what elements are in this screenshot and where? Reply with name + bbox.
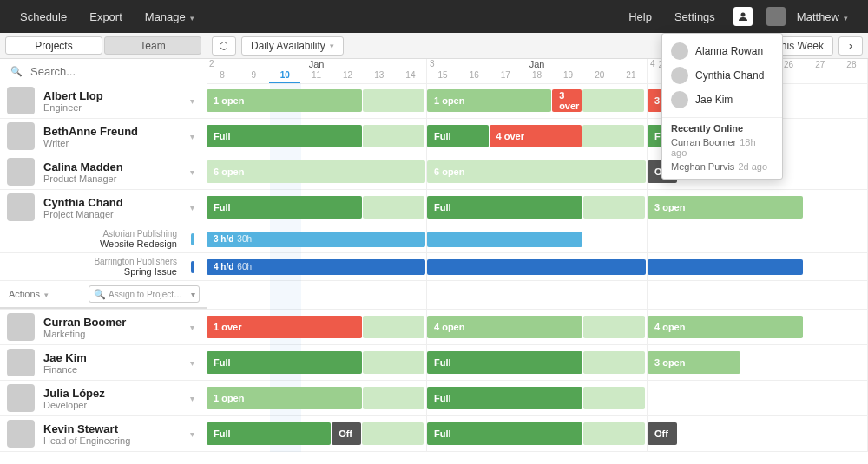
allocation-bar[interactable]: Full <box>427 196 582 219</box>
nav-export[interactable]: Export <box>78 10 134 23</box>
allocation-bar[interactable]: 3 open <box>648 351 740 374</box>
allocation-bar[interactable]: Off <box>332 422 361 445</box>
allocation-bar[interactable] <box>582 125 644 147</box>
actions-row: Actions Assign to Project… ▾ <box>0 281 207 309</box>
actions-menu[interactable]: Actions <box>0 289 49 299</box>
allocation-bar[interactable]: 4 over <box>490 125 582 147</box>
day-header[interactable]: 18 <box>521 69 552 82</box>
allocation-bar[interactable]: 4 open <box>427 316 582 338</box>
day-header[interactable]: 10 <box>269 69 300 83</box>
presence-icon[interactable] <box>733 7 753 26</box>
day-header[interactable]: 17 <box>490 69 521 82</box>
nav-settings[interactable]: Settings <box>663 10 727 23</box>
day-header[interactable]: 20 <box>584 69 615 82</box>
allocation-bar[interactable]: Full <box>207 422 331 445</box>
day-header[interactable]: 21 <box>615 69 647 82</box>
allocation-bar[interactable]: Full <box>207 351 362 374</box>
svg-point-0 <box>740 13 745 17</box>
allocation-bar[interactable] <box>363 316 424 338</box>
presence-user[interactable]: Cynthia Chand <box>662 63 782 88</box>
allocation-bar[interactable] <box>363 196 424 219</box>
chevron-down-icon[interactable]: ▾ <box>190 394 194 403</box>
chevron-down-icon[interactable]: ▾ <box>190 429 194 439</box>
person-name: Calina Madden <box>43 160 123 173</box>
allocation-bar[interactable] <box>363 387 424 409</box>
person-role: Head of Engineering <box>43 435 130 446</box>
chevron-down-icon[interactable]: ▾ <box>190 132 194 141</box>
tab-projects[interactable]: Projects <box>5 36 102 55</box>
allocation-bar[interactable]: 1 open <box>207 387 362 409</box>
search-icon <box>10 65 25 77</box>
person-name: Cynthia Chand <box>43 196 123 209</box>
allocation-bar[interactable] <box>363 125 424 147</box>
allocation-bar[interactable]: Full <box>207 196 362 219</box>
chevron-down-icon[interactable]: ▾ <box>190 323 194 332</box>
avatar <box>671 42 688 60</box>
day-header[interactable]: 27 <box>805 59 836 71</box>
allocation-bar[interactable]: 6 open <box>427 160 646 183</box>
chevron-down-icon[interactable]: ▾ <box>190 96 194 106</box>
chevron-down-icon[interactable]: ▾ <box>190 203 194 212</box>
nav-manage[interactable]: Manage <box>134 10 206 23</box>
day-header[interactable]: 19 <box>553 69 584 82</box>
nav-help[interactable]: Help <box>617 10 663 23</box>
day-header[interactable]: 15 <box>427 69 458 82</box>
assignment-bar[interactable] <box>427 259 646 275</box>
person-role: Writer <box>43 138 138 148</box>
search-input[interactable] <box>30 65 178 78</box>
chevron-down-icon[interactable]: ▾ <box>190 167 194 177</box>
allocation-bar[interactable]: 6 open <box>207 160 425 183</box>
day-header[interactable]: 28 <box>836 59 867 71</box>
allocation-bar[interactable]: Full <box>427 125 489 147</box>
person-row: Curran Boomer Marketing ▾1 over4 open4 o… <box>0 310 868 345</box>
allocation-bar[interactable] <box>363 351 424 374</box>
day-header[interactable]: 14 <box>395 69 426 83</box>
next-button[interactable]: › <box>838 36 863 56</box>
allocation-bar[interactable] <box>583 351 645 374</box>
nav-schedule[interactable]: Schedule <box>9 10 78 23</box>
recent-user[interactable]: Curran Boomer18h ago <box>662 135 782 160</box>
assignment-bar[interactable] <box>427 232 582 247</box>
view-select[interactable]: Daily Availability <box>241 36 344 56</box>
person-row: Kevin Stewart Head of Engineering ▾FullO… <box>0 416 868 452</box>
allocation-bar[interactable]: Full <box>427 387 582 409</box>
allocation-bar[interactable] <box>363 89 424 112</box>
day-header[interactable]: 13 <box>364 69 395 83</box>
allocation-bar[interactable] <box>362 422 424 445</box>
allocation-bar[interactable]: 1 open <box>427 89 551 112</box>
day-header[interactable]: 9 <box>238 69 269 83</box>
day-header[interactable]: 11 <box>300 69 332 83</box>
tab-team[interactable]: Team <box>104 36 201 55</box>
assignment-bar[interactable]: 3 h/d30h <box>207 232 425 247</box>
allocation-bar[interactable]: 3 open <box>648 196 803 219</box>
day-header[interactable]: 16 <box>458 69 490 82</box>
recent-user[interactable]: Meghan Purvis2d ago <box>662 160 782 173</box>
assignment-row: Barrington PublishersSpring Issue 4 h/d6… <box>0 253 868 281</box>
assignment-row: Astorian PublishingWebsite Redesign 3 h/… <box>0 225 868 253</box>
allocation-bar[interactable]: 3 over <box>552 89 582 112</box>
allocation-bar[interactable] <box>583 422 645 445</box>
chevron-down-icon[interactable]: ▾ <box>190 358 194 368</box>
person-name: Jae Kim <box>43 351 87 364</box>
allocation-bar[interactable]: Off <box>648 422 677 445</box>
allocation-bar[interactable]: Full <box>427 422 582 445</box>
allocation-bar[interactable]: Full <box>427 351 582 374</box>
allocation-bar[interactable] <box>583 387 645 409</box>
day-header[interactable]: 12 <box>332 69 364 83</box>
assignment-bar[interactable]: 4 h/d60h <box>207 259 425 275</box>
expand-all-icon[interactable] <box>212 36 236 56</box>
presence-user[interactable]: Jae Kim <box>662 88 782 112</box>
assign-project-select[interactable]: Assign to Project… ▾ <box>89 285 200 303</box>
allocation-bar[interactable] <box>583 316 645 338</box>
allocation-bar[interactable] <box>582 89 644 112</box>
project-color-stripe <box>191 233 194 245</box>
allocation-bar[interactable]: 1 over <box>207 316 362 338</box>
user-menu[interactable]: Matthew <box>786 10 859 23</box>
allocation-bar[interactable] <box>583 196 645 219</box>
allocation-bar[interactable]: 1 open <box>207 89 362 112</box>
assignment-bar[interactable] <box>648 259 803 275</box>
allocation-bar[interactable]: Full <box>207 125 362 147</box>
presence-user[interactable]: Alanna Rowan <box>662 39 782 63</box>
allocation-bar[interactable]: 4 open <box>648 316 803 338</box>
day-header[interactable]: 8 <box>207 69 238 83</box>
